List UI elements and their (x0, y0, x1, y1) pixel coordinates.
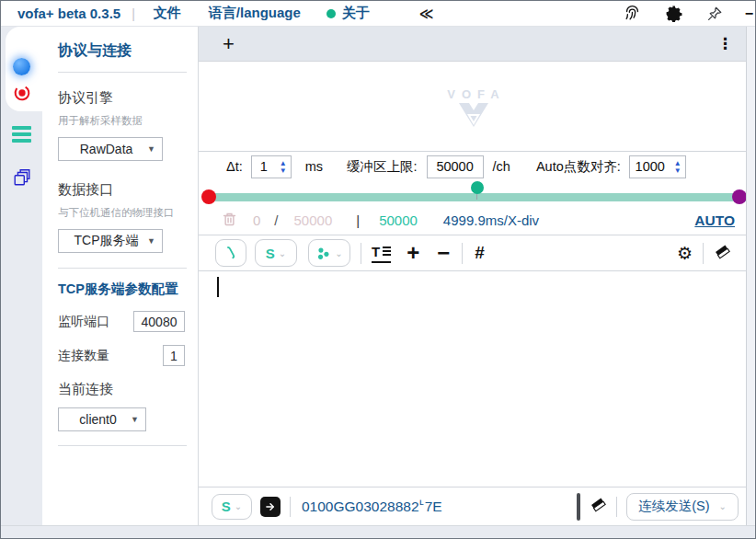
phone-icon (223, 245, 239, 261)
buffer-counter-row: 0 / 50000 | 50000 4999.9ms/X-div AUTO (199, 206, 748, 235)
panel-divider (58, 445, 187, 446)
sidebar-rail (1, 27, 42, 525)
hex-display-button[interactable]: # (475, 243, 485, 263)
current-connection-label: 当前连接 (58, 381, 198, 398)
tcp-config-heading: TCP服务端参数配置 (58, 281, 198, 298)
buffer-capacity: 50000 (294, 212, 333, 228)
text-tool-glyph: T (372, 244, 380, 259)
spin-down-icon[interactable]: ▼ (674, 167, 682, 174)
select-arrow-icon: ▼ (131, 415, 139, 424)
continuous-send-button[interactable]: 连续发送(S) ⌄ (626, 493, 739, 521)
buffer-limit-label: 缓冲区上限: (347, 158, 418, 176)
listen-port-label: 监听端口 (58, 314, 109, 330)
chevron-down-icon: ⌄ (719, 501, 727, 511)
tab-options-menu-icon[interactable]: ⋮ (717, 34, 733, 53)
auto-scale-link[interactable]: AUTO (694, 212, 735, 229)
send-row: S ⌄ 0100GG03028882ᴸ7E (199, 487, 748, 525)
tab-bar: + ⋮ (199, 27, 748, 62)
protocol-engine-value: RawData (65, 142, 147, 156)
protocol-engine-description: 用于解析采样数据 (58, 114, 198, 128)
sampling-controls-row: Δt: ▲ ▼ ms 缓冲区上限: /ch Auto点数对齐: ▲ ▼ (199, 151, 748, 181)
zoom-out-button[interactable]: − (437, 244, 450, 262)
clear-console-button[interactable] (714, 243, 731, 264)
buffer-range-slider (199, 181, 748, 206)
send-separator (616, 497, 617, 517)
connection-count-input[interactable] (163, 345, 185, 366)
counter-slash: / (274, 212, 278, 228)
listen-port-input[interactable] (133, 311, 185, 332)
slider-track[interactable] (208, 193, 748, 201)
dt-spinner-arrows[interactable]: ▲ ▼ (276, 160, 291, 174)
message-prefix: 0100GG03028882 (302, 499, 419, 514)
message-suffix: 7E (425, 499, 442, 514)
slider-handle-end[interactable] (732, 189, 747, 204)
channels-list-icon (12, 126, 31, 143)
menu-about[interactable]: 关于 (326, 5, 370, 22)
rail-item-windows[interactable] (1, 166, 42, 189)
auto-align-input[interactable] (630, 159, 670, 174)
collapse-sidebar-icon[interactable]: ≪ (419, 6, 434, 22)
message-linefeed-glyph: ᴸ (420, 499, 424, 510)
slider-handle-position[interactable] (471, 181, 484, 194)
vofa-logo-icon (458, 103, 489, 127)
connection-count-label: 连接数量 (58, 348, 109, 364)
vofa-app-window: vofa+ beta 0.3.5 | 文件 语言/language 关于 ≪ (0, 0, 756, 539)
current-connection-value: client0 (65, 412, 131, 427)
align-spinner-arrows[interactable]: ▲ ▼ (670, 160, 685, 174)
fingerprint-icon[interactable] (624, 5, 641, 22)
dt-spinbox[interactable]: ▲ ▼ (251, 155, 292, 178)
rail-item-record[interactable] (1, 82, 42, 104)
data-interface-select[interactable]: TCP服务端 ▼ (58, 229, 163, 253)
channel-dots-button[interactable]: ⌄ (308, 239, 350, 267)
plot-area[interactable]: VOFA (199, 63, 748, 151)
menu-file[interactable]: 文件 (154, 5, 181, 22)
clear-buffer-trash-icon[interactable] (221, 211, 238, 231)
eraser-icon (714, 243, 731, 260)
pin-icon[interactable] (706, 6, 723, 22)
input-resize-handle[interactable] (577, 493, 580, 521)
auto-align-label: Auto点数对齐: (536, 158, 621, 176)
console-settings-button[interactable]: ⚙ (677, 243, 693, 264)
rail-item-connection[interactable] (1, 55, 42, 77)
vertical-scrollbar[interactable] (746, 27, 755, 525)
protocol-engine-select[interactable]: RawData ▼ (58, 137, 163, 161)
send-arrow-icon (264, 500, 277, 513)
spin-up-icon[interactable]: ▲ (674, 160, 682, 166)
buffer-limit-input[interactable] (427, 155, 484, 178)
text-caret (217, 277, 219, 297)
auto-align-spinbox[interactable]: ▲ ▼ (629, 155, 686, 178)
x-div-scale-value: 4999.9ms/X-div (443, 212, 539, 228)
data-interface-description: 与下位机通信的物理接口 (58, 206, 198, 220)
data-console[interactable] (199, 272, 748, 487)
data-interface-heading: 数据接口 (58, 181, 198, 199)
menu-language[interactable]: 语言/language (209, 5, 301, 22)
send-message-input[interactable]: 0100GG03028882ᴸ7E (302, 499, 442, 515)
protocol-engine-heading: 协议引擎 (58, 89, 198, 107)
dt-label: Δt: (226, 159, 243, 174)
zoom-in-button[interactable]: + (407, 244, 419, 262)
panel-title: 协议与连接 (58, 41, 198, 61)
rail-item-channels[interactable] (1, 123, 42, 145)
send-mode-label: S (222, 499, 231, 514)
spin-up-icon[interactable]: ▲ (280, 160, 287, 166)
current-connection-select[interactable]: client0 ▼ (58, 407, 146, 431)
phone-monitor-button[interactable] (215, 239, 246, 267)
bottom-strip (1, 525, 755, 538)
spin-down-icon[interactable]: ▼ (280, 167, 287, 174)
counter-pipe: | (356, 212, 360, 228)
dt-input[interactable] (252, 159, 276, 174)
add-tab-button[interactable]: + (223, 35, 235, 53)
eraser-icon (590, 496, 607, 513)
send-mode-button[interactable]: S ⌄ (212, 494, 252, 520)
continuous-send-label: 连续发送(S) (638, 498, 709, 515)
send-button[interactable] (260, 497, 281, 517)
vofa-watermark-text: VOFA (447, 87, 505, 101)
clear-send-button[interactable] (590, 496, 607, 517)
minimize-button[interactable]: − (745, 6, 753, 22)
settings-gear-icon[interactable] (665, 5, 682, 22)
string-mode-button[interactable]: S ⌄ (255, 239, 297, 267)
slider-handle-start[interactable] (201, 189, 216, 204)
toolbar-separator (361, 243, 361, 264)
status-dot-icon (326, 9, 336, 18)
text-format-button[interactable]: T (372, 244, 391, 263)
